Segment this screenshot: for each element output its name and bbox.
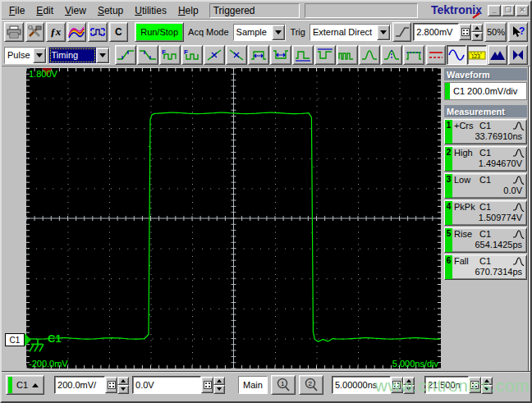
clear-button[interactable]: C	[109, 22, 129, 42]
spin-up-icon[interactable]	[481, 377, 493, 386]
trace-channel-label: C1	[48, 332, 62, 345]
meas-pos-width-button[interactable]	[248, 45, 269, 65]
channel-marker[interactable]: C1	[5, 333, 31, 346]
restore-button[interactable]: ❐	[502, 5, 515, 16]
meas-burst-button[interactable]	[337, 45, 358, 65]
trig-level-value[interactable]: 2.800mV	[413, 23, 459, 41]
measurement-row-fall[interactable]: 6 FallC1 670.7314ps	[444, 254, 527, 280]
meas-pos-duty-button[interactable]	[292, 45, 314, 65]
readout-button[interactable]: 123	[467, 45, 487, 65]
channel-color-stripe	[445, 83, 450, 99]
vertical-offset-value[interactable]: 0.0V	[132, 376, 201, 394]
menu-setup[interactable]: Setup	[92, 3, 129, 18]
measurement-row-high[interactable]: 2 HighC1 1.494670V	[444, 146, 527, 172]
meas-neg-duty-button[interactable]	[314, 45, 336, 65]
spin-down-icon[interactable]	[213, 385, 225, 394]
measurement-row-pkpk[interactable]: 4 PkPkC1 1.509774V	[444, 200, 527, 226]
meas-pos-frequency-button[interactable]: F	[159, 45, 181, 65]
meas-fall-time-button[interactable]	[137, 45, 158, 65]
spin-down-icon[interactable]	[471, 32, 483, 41]
chevron-up-icon	[32, 383, 39, 387]
measurement-row-rise[interactable]: 5 RiseC1 654.1425ps	[444, 227, 527, 253]
meas-neg-width-button[interactable]	[270, 45, 291, 65]
bottom-voltage-label: -200.0mV	[29, 359, 68, 369]
chevron-down-icon[interactable]	[33, 48, 46, 63]
printer-icon	[7, 25, 21, 39]
svg-text:1: 1	[281, 380, 285, 387]
waveform-colors-button[interactable]	[67, 22, 87, 42]
keypad-icon[interactable]	[391, 377, 403, 393]
menu-file[interactable]: File	[3, 3, 30, 18]
channel-select-button[interactable]: C1	[6, 375, 44, 395]
tektronix-logo: Tektronix	[431, 3, 487, 17]
channel-arrow-icon	[25, 333, 31, 346]
measurement-index: 2	[445, 147, 452, 171]
meas-peak-button[interactable]	[359, 45, 380, 65]
pos-duty-icon	[294, 48, 312, 62]
measure-category-select[interactable]: Pulse	[4, 47, 47, 64]
help-pointer-icon: ?	[511, 25, 525, 39]
math-button[interactable]: ƒx	[46, 22, 66, 42]
meas-neg-frequency-button[interactable]: F	[181, 45, 203, 65]
utilities-tools-button[interactable]	[25, 22, 45, 42]
measurement-row-crs[interactable]: 1 +CrsC1 33.76910ns	[444, 119, 527, 144]
menu-edit[interactable]: Edit	[30, 3, 59, 18]
meas-rise-time-button[interactable]	[115, 45, 136, 65]
menu-utilities[interactable]: Utilities	[129, 3, 172, 18]
spin-down-icon[interactable]	[481, 385, 493, 394]
context-help-button[interactable]: ?	[508, 22, 528, 42]
delay-value[interactable]: 21.500n	[424, 376, 469, 394]
meas-fall-cross-button[interactable]	[226, 45, 247, 65]
keypad-icon[interactable]	[201, 377, 213, 393]
cursors-button[interactable]	[426, 45, 446, 65]
keypad-icon[interactable]	[105, 377, 117, 393]
chevron-down-icon[interactable]	[377, 25, 390, 40]
meas-rise-cross-button[interactable]	[204, 45, 225, 65]
trig-source-select[interactable]: External Direct	[310, 24, 391, 41]
display-area: C1 1.800V -200.0mV 5.000ns/div C1 Wavefo…	[2, 66, 530, 371]
burst-icon	[338, 48, 356, 62]
zoom-waveform-button[interactable]	[88, 22, 108, 42]
trig-slope-button[interactable]	[392, 22, 412, 42]
measurement-index: 1	[445, 120, 452, 144]
zoom1-button[interactable]: 1	[271, 375, 296, 395]
menu-help[interactable]: Help	[172, 3, 204, 18]
print-button[interactable]	[4, 22, 24, 42]
measurement-header: Measurement	[444, 105, 527, 117]
waveform-display-button[interactable]	[447, 45, 466, 65]
timebase-value[interactable]: 5.00000ns	[332, 376, 391, 394]
run-stop-button[interactable]: Run/Stop	[135, 22, 184, 42]
timebase-spinner: 5.00000ns	[332, 376, 415, 394]
menu-view[interactable]: View	[59, 3, 92, 18]
minimize-button[interactable]: _	[488, 5, 501, 16]
waveform-display-icon	[447, 48, 466, 62]
chevron-down-icon[interactable]	[272, 25, 285, 40]
measurement-row-low[interactable]: 3 LowC1 0.0V	[444, 173, 527, 199]
trigger-status: Triggered	[209, 3, 300, 18]
channel-color-stripe	[8, 377, 12, 393]
measure-subcategory-select[interactable]: Timing	[48, 47, 110, 64]
spin-up-icon[interactable]	[117, 377, 129, 386]
flattop-icon	[405, 48, 423, 62]
keypad-icon[interactable]	[469, 377, 481, 393]
keypad-icon[interactable]	[459, 24, 471, 40]
chevron-down-icon[interactable]	[96, 48, 109, 63]
spin-down-icon[interactable]	[403, 385, 415, 394]
spin-up-icon[interactable]	[471, 24, 483, 33]
graticule: C1 1.800V -200.0mV 5.000ns/div	[26, 68, 441, 369]
spin-down-icon[interactable]	[117, 385, 129, 394]
vertical-scale-value[interactable]: 200.0mV/	[54, 376, 105, 394]
set-50pct-button[interactable]: 50%	[484, 22, 507, 42]
amplitude-icon	[383, 48, 401, 62]
histogram-button[interactable]	[488, 45, 507, 65]
waveform-entry[interactable]: C1 200.0mV/div	[444, 82, 527, 100]
meas-amplitude-button[interactable]	[381, 45, 402, 65]
spin-up-icon[interactable]	[403, 377, 415, 386]
mask-button[interactable]	[508, 45, 528, 65]
spin-up-icon[interactable]	[213, 377, 225, 386]
meas-flattop-button[interactable]	[403, 45, 424, 65]
close-button[interactable]: ✕	[516, 5, 529, 16]
neg-frequency-icon: F	[183, 48, 201, 62]
acq-mode-select[interactable]: Sample	[233, 24, 287, 41]
zoom2-button[interactable]: 2	[299, 375, 323, 395]
